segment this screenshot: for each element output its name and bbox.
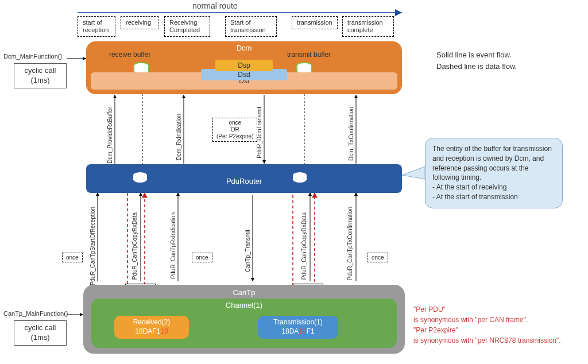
phase-tx-complete: transmission complete bbox=[342, 16, 394, 37]
legend-dashed: Dashed line is data flow. bbox=[436, 61, 517, 72]
buffer-ownership-note: The entity of the buffer for transmissio… bbox=[425, 138, 563, 208]
lbl-pdur-copyrx: PduR_CanTpCopyRxData bbox=[131, 212, 138, 280]
phase-start-tx: Start of transmission bbox=[225, 16, 277, 37]
phase-start-reception: start of reception bbox=[78, 16, 115, 37]
received-box: Received(2) 18DAF110 bbox=[114, 316, 189, 339]
cyclic-period-2: (1ms) bbox=[30, 333, 49, 342]
tx-buffer-label: transmit buffer bbox=[287, 51, 331, 59]
received-title: Received(2) bbox=[114, 318, 189, 327]
pdur-tx-buffer-icon bbox=[293, 172, 307, 183]
phase-recv-complete: Receiving Completed bbox=[164, 16, 210, 37]
dsp-strip: Dsp bbox=[215, 60, 273, 71]
channel-title: Channel(1) bbox=[226, 301, 262, 309]
tag-once-or-p2expire: once OR (Per P2expire) bbox=[212, 118, 257, 142]
footnote-definitions: "Per PDU" is synonymous with "per CAN fr… bbox=[413, 304, 586, 346]
cyclic-call-cantp: cyclic call (1ms) bbox=[14, 320, 67, 346]
channel-box: Channel(1) Received(2) 18DAF110 Transmis… bbox=[91, 299, 397, 348]
pdur-title: PduRouter bbox=[226, 177, 262, 185]
tx-id-mid: 10 bbox=[299, 327, 306, 335]
recv-buffer-label: receive buffer bbox=[109, 51, 151, 59]
transmission-box: Transmission(1) 18DA10F1 bbox=[258, 316, 338, 339]
layer-pdurouter: PduRouter bbox=[86, 164, 402, 193]
lbl-dcm-txconf: Dcm_TxConfirmation bbox=[348, 107, 354, 161]
cantp-mainfunc-label: CanTp_MainFunction() bbox=[3, 310, 68, 317]
tx-id-post: F1 bbox=[307, 327, 315, 335]
cyclic-period: (1ms) bbox=[30, 76, 49, 84]
footnote-perpdu-def: is synonymous with "per CAN frame". bbox=[413, 316, 528, 324]
phase-receiving: receiving bbox=[121, 16, 158, 29]
top-arrow-label: normal route bbox=[192, 1, 238, 10]
rx-id-pre: 18DAF1 bbox=[135, 327, 160, 335]
phase-tx: transmission bbox=[292, 16, 338, 29]
rx-id-red: 10 bbox=[160, 327, 168, 335]
lbl-cantp-tx: CanTp_Transmit bbox=[245, 230, 251, 272]
cyclic-call-dcm: cyclic call (1ms) bbox=[14, 63, 67, 88]
tag-once-1: once bbox=[62, 253, 83, 262]
footnote-perpdu-term: "Per PDU" bbox=[413, 305, 446, 313]
lbl-dcm-providerx: Dcm_ProvideRxBuffer bbox=[107, 107, 113, 164]
footnote-p2-def: is synonymous with "per NRC$78 transmiss… bbox=[413, 336, 561, 344]
dcm-mainfunc-label: Dcm_MainFunction() bbox=[3, 53, 62, 60]
layer-cantp: CanTp Channel(1) Received(2) 18DAF110 Tr… bbox=[83, 285, 405, 354]
tag-once-2: once bbox=[192, 253, 212, 262]
tx-id-pre: 18DA bbox=[281, 327, 299, 335]
legend-solid: Solid line is event flow. bbox=[436, 49, 517, 61]
cyclic-label: cyclic call bbox=[25, 66, 56, 75]
lbl-dcm-rxind: Dcm_RxIndication bbox=[176, 114, 182, 160]
tag-once-3: once bbox=[368, 253, 388, 262]
layer-dcm: Dcm receive buffer transmit buffer Dsl D… bbox=[86, 41, 402, 94]
lbl-pdur-startrx: PduR_CanTpStartOfReception bbox=[90, 207, 96, 285]
lbl-pdur-txconf: PduR_CanTpTxConfirmation bbox=[347, 207, 353, 280]
footnote-p2-term: "Per P2expire" bbox=[413, 326, 458, 334]
pdur-rx-buffer-icon bbox=[133, 172, 147, 183]
lbl-pdur-rxind: PduR_CanTpRxIndication bbox=[170, 212, 176, 279]
legend: Solid line is event flow. Dashed line is… bbox=[436, 49, 517, 72]
lbl-pdur-copytx: PduR_CanTpCopyRxData bbox=[301, 212, 307, 280]
cantp-title: CanTp bbox=[233, 288, 255, 297]
transmission-title: Transmission(1) bbox=[258, 318, 338, 327]
cyclic-label-2: cyclic call bbox=[25, 323, 56, 332]
